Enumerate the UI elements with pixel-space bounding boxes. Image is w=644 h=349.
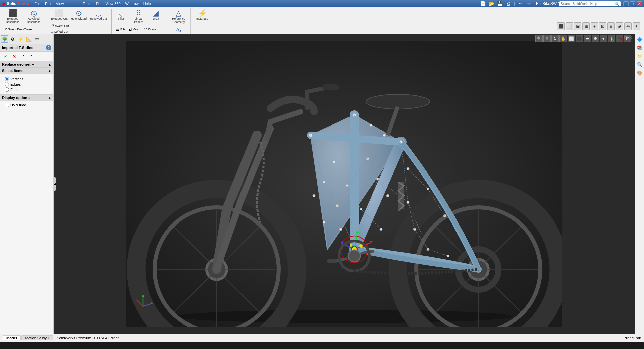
menu-view[interactable]: View: [54, 1, 66, 6]
fillet-button[interactable]: ◟ Fillet: [114, 9, 128, 25]
viewport-window-controls: ─ □ ✕: [620, 35, 633, 40]
right-solidworks-icon[interactable]: 🔷: [636, 36, 643, 43]
cancel-button[interactable]: ✕: [11, 53, 18, 60]
select-items-header[interactable]: Select items ▲: [0, 68, 53, 74]
right-design-library-icon[interactable]: 📚: [636, 44, 643, 51]
menu-photoview[interactable]: PhotoView 360: [94, 1, 123, 6]
model-tab[interactable]: Model: [3, 335, 21, 340]
view-shaded[interactable]: ◉: [616, 22, 623, 30]
revolved-boss-button[interactable]: ◎ Revolved Boss/Base: [23, 9, 44, 25]
dome-button[interactable]: ◠ Dome: [143, 26, 158, 32]
right-panel: 🔷 📚 📁 🔍 🎨: [635, 34, 644, 334]
revolved-cut-button[interactable]: ◌ Revolved Cut: [89, 9, 108, 21]
swept-boss-button[interactable]: ↗ Swept Boss/Base: [3, 26, 38, 32]
panel-config-icon[interactable]: ⚡: [17, 35, 24, 43]
right-view-palette-icon[interactable]: 🎨: [636, 69, 643, 77]
window-controls: ─ □ ✕: [623, 1, 642, 6]
vp-rotate[interactable]: ↻: [551, 35, 559, 42]
view-zoom-fit[interactable]: ⊡: [599, 22, 606, 30]
view-iso[interactable]: ◈: [591, 22, 598, 30]
vp-zoom-in[interactable]: 🔍: [535, 35, 543, 42]
menu-tools[interactable]: Tools: [80, 1, 93, 6]
select-items-collapse[interactable]: ▲: [48, 69, 51, 73]
display-options-collapse[interactable]: ▲: [48, 96, 51, 100]
viewport-maximize[interactable]: □: [625, 35, 627, 40]
quick-save[interactable]: 💾: [496, 0, 503, 7]
vp-pan[interactable]: ✋: [559, 35, 567, 42]
viewport-minimize[interactable]: ─: [620, 35, 623, 40]
maximize-button[interactable]: □: [630, 1, 635, 6]
extruded-boss-button[interactable]: ⬛ Extruded Boss/Base: [3, 9, 23, 25]
panel-display-icon[interactable]: 👁: [33, 35, 41, 43]
viewport[interactable]: 🔍 ⊕ ↻ ✋ ⬜ ⬛ ☰ ⚙ ▼ ◎ 🎥 ⊡ ✓ ✕ ─ □ ✕: [54, 34, 635, 334]
quick-open[interactable]: 📂: [488, 0, 495, 7]
boss-base-inner: ⬛ Extruded Boss/Base ◎ Revolved Boss/Bas…: [3, 9, 44, 25]
edges-radio-item[interactable]: Edges: [5, 82, 49, 86]
right-file-explorer-icon[interactable]: 📁: [636, 52, 643, 60]
menu-file[interactable]: File: [32, 1, 42, 6]
search-input[interactable]: [561, 2, 614, 6]
display-options-header[interactable]: Display options ▲: [0, 95, 53, 101]
draft-button[interactable]: ◢ Draft: [149, 9, 163, 25]
search-icon[interactable]: 🔍: [614, 2, 619, 6]
quick-print[interactable]: 🖨: [504, 0, 512, 7]
reference-geometry-icon: △: [176, 10, 181, 17]
menu-help[interactable]: Help: [141, 1, 153, 6]
faces-radio[interactable]: [5, 87, 9, 92]
view-front[interactable]: ⬜: [566, 22, 573, 30]
vp-view3[interactable]: ☰: [584, 35, 591, 42]
wrap-button[interactable]: ⬕ Wrap: [127, 26, 141, 32]
help2-button[interactable]: ↻: [28, 53, 36, 60]
vertices-radio-item[interactable]: Vertices: [5, 77, 49, 81]
select-items-section: Select items ▲ Vertices Edges Faces: [0, 68, 53, 95]
motion-study-tab[interactable]: Motion Study 1: [21, 335, 53, 340]
vp-view2[interactable]: ⬛: [576, 35, 583, 42]
view-section[interactable]: ⊞: [607, 22, 615, 30]
faces-radio-item[interactable]: Faces: [5, 87, 49, 92]
menu-edit[interactable]: Edit: [43, 1, 53, 6]
quick-redo[interactable]: ↪: [525, 0, 533, 7]
viewport-ok-check[interactable]: ✓: [610, 36, 616, 45]
minimize-button[interactable]: ─: [623, 1, 629, 6]
panel-dim-icon[interactable]: 📐: [25, 35, 33, 43]
quick-undo[interactable]: ↩: [517, 0, 524, 7]
panel-title: Imported T-Spline ?: [0, 44, 53, 52]
hole-wizard-button[interactable]: ⊙ Hole Wizard: [70, 9, 88, 21]
instant3d-button[interactable]: ⚡ Instant3D: [195, 9, 210, 21]
edges-radio[interactable]: [5, 82, 9, 86]
uvn-triad-checkbox[interactable]: [5, 103, 9, 107]
panel-feature-tree-icon[interactable]: 🌳: [1, 35, 8, 43]
ribbon: ⬛ Extruded Boss/Base ◎ Revolved Boss/Bas…: [0, 7, 644, 34]
right-search-icon[interactable]: 🔍: [636, 61, 643, 68]
lofted-cut-button[interactable]: ⟁ Lofted Cut: [50, 29, 75, 34]
view-top[interactable]: ▣: [574, 22, 581, 30]
viewport-close[interactable]: ✕: [629, 35, 633, 40]
view-normal[interactable]: ⬛: [557, 22, 565, 30]
vp-view1[interactable]: ⬜: [568, 35, 575, 42]
linear-pattern-button[interactable]: ⠿ Linear Pattern: [128, 9, 149, 25]
extruded-cut-button[interactable]: ⬜ Extruded Cut: [50, 9, 69, 21]
rib-button[interactable]: ▬ Rib: [114, 26, 126, 32]
swept-cut-button[interactable]: ↗ Swept Cut: [50, 23, 75, 29]
view-realview[interactable]: ✦: [633, 22, 640, 30]
vp-scene[interactable]: ▼: [600, 35, 607, 42]
replace-geometry-header[interactable]: Replace geometry ▲: [0, 61, 53, 67]
quick-new[interactable]: 📄: [479, 0, 487, 7]
reference-geometry-button[interactable]: △ Reference Geometry: [169, 9, 189, 25]
close-button[interactable]: ✕: [637, 1, 642, 6]
menu-window[interactable]: Window: [123, 1, 141, 6]
vp-appearance[interactable]: ⚙: [592, 35, 599, 42]
menu-insert[interactable]: Insert: [67, 1, 80, 6]
panel-collapse-handle[interactable]: ◀: [53, 177, 56, 191]
preview-button[interactable]: ↺: [19, 53, 27, 60]
vp-zoom-box[interactable]: ⊕: [543, 35, 551, 42]
uvn-triad-checkbox-item[interactable]: UVN triad.: [3, 102, 51, 108]
panel-help-button[interactable]: ?: [46, 45, 51, 50]
view-wireframe[interactable]: ◎: [624, 22, 632, 30]
status-info: SolidWorks Premium 2011 x64 Edition: [57, 336, 120, 340]
replace-geometry-collapse[interactable]: ▲: [48, 63, 51, 66]
ok-button[interactable]: ✓: [2, 53, 9, 60]
panel-property-icon[interactable]: ⚙: [9, 35, 16, 43]
vertices-radio[interactable]: [5, 77, 9, 81]
view-right[interactable]: ▦: [582, 22, 590, 30]
